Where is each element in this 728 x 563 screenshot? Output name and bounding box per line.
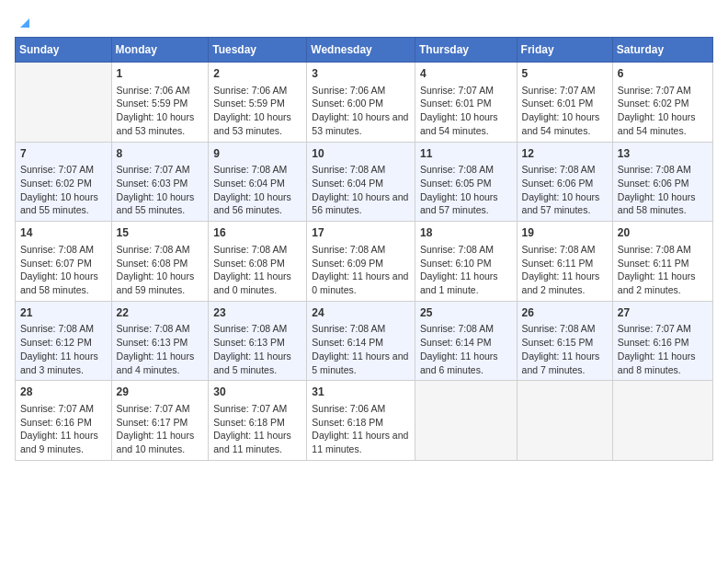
sunset-text: Sunset: 6:13 PM (117, 336, 204, 350)
sunrise-text: Sunrise: 7:07 AM (20, 402, 107, 416)
sunset-text: Sunset: 6:18 PM (312, 416, 410, 430)
sunrise-text: Sunrise: 7:08 AM (20, 322, 107, 336)
sunrise-text: Sunrise: 7:06 AM (312, 84, 410, 98)
logo-triangle-icon (17, 15, 31, 29)
day-number: 19 (522, 225, 608, 241)
day-number: 30 (213, 385, 301, 400)
sunrise-text: Sunrise: 7:07 AM (618, 84, 708, 98)
daylight-text: Daylight: 10 hours and 58 minutes. (618, 190, 708, 217)
calendar-cell (517, 381, 612, 461)
sunset-text: Sunset: 6:12 PM (20, 336, 107, 350)
daylight-text: Daylight: 11 hours and 3 minutes. (20, 350, 107, 376)
daylight-text: Daylight: 11 hours and 6 minutes. (420, 350, 512, 376)
sunset-text: Sunset: 6:17 PM (117, 416, 204, 430)
sunrise-text: Sunrise: 7:08 AM (522, 322, 608, 336)
sunset-text: Sunset: 6:15 PM (522, 336, 608, 350)
calendar-header-row: SundayMondayTuesdayWednesdayThursdayFrid… (16, 38, 713, 63)
calendar-cell: 31Sunrise: 7:06 AMSunset: 6:18 PMDayligh… (307, 381, 415, 461)
calendar-cell: 19Sunrise: 7:08 AMSunset: 6:11 PMDayligh… (517, 222, 612, 302)
daylight-text: Daylight: 10 hours and 55 minutes. (117, 190, 204, 217)
day-number: 25 (420, 305, 512, 321)
day-number: 29 (117, 385, 204, 400)
sunset-text: Sunset: 6:01 PM (522, 97, 608, 110)
calendar-cell (612, 381, 712, 461)
daylight-text: Daylight: 10 hours and 53 minutes. (213, 110, 301, 137)
calendar-cell: 12Sunrise: 7:08 AMSunset: 6:06 PMDayligh… (517, 142, 612, 222)
daylight-text: Daylight: 11 hours and 0 minutes. (213, 270, 301, 296)
header-cell-tuesday: Tuesday (209, 38, 307, 63)
sunrise-text: Sunrise: 7:06 AM (117, 84, 204, 98)
calendar-cell: 10Sunrise: 7:08 AMSunset: 6:04 PMDayligh… (307, 142, 415, 222)
sunrise-text: Sunrise: 7:08 AM (522, 243, 608, 257)
sunset-text: Sunset: 6:02 PM (618, 97, 708, 110)
calendar-cell: 15Sunrise: 7:08 AMSunset: 6:08 PMDayligh… (111, 222, 209, 302)
daylight-text: Daylight: 11 hours and 4 minutes. (117, 350, 204, 376)
calendar-cell: 20Sunrise: 7:08 AMSunset: 6:11 PMDayligh… (612, 222, 712, 302)
sunrise-text: Sunrise: 7:08 AM (213, 163, 301, 177)
sunrise-text: Sunrise: 7:06 AM (213, 84, 301, 98)
calendar-cell: 25Sunrise: 7:08 AMSunset: 6:14 PMDayligh… (415, 301, 517, 381)
calendar-week-row: 21Sunrise: 7:08 AMSunset: 6:12 PMDayligh… (16, 301, 713, 381)
day-number: 12 (522, 146, 608, 162)
sunrise-text: Sunrise: 7:06 AM (312, 402, 410, 416)
sunrise-text: Sunrise: 7:07 AM (618, 322, 708, 336)
calendar-cell (16, 63, 112, 143)
day-number: 14 (20, 225, 107, 241)
calendar-cell: 30Sunrise: 7:07 AMSunset: 6:18 PMDayligh… (209, 381, 307, 461)
daylight-text: Daylight: 10 hours and 57 minutes. (420, 190, 512, 217)
sunset-text: Sunset: 6:01 PM (420, 97, 512, 110)
daylight-text: Daylight: 10 hours and 54 minutes. (420, 110, 512, 137)
daylight-text: Daylight: 10 hours and 59 minutes. (117, 270, 204, 296)
sunset-text: Sunset: 6:00 PM (312, 97, 410, 110)
daylight-text: Daylight: 10 hours and 56 minutes. (312, 190, 410, 217)
day-number: 21 (20, 305, 107, 321)
sunset-text: Sunset: 6:08 PM (117, 257, 204, 270)
daylight-text: Daylight: 11 hours and 1 minute. (420, 270, 512, 296)
day-number: 6 (618, 66, 708, 82)
header-cell-sunday: Sunday (16, 38, 112, 63)
sunrise-text: Sunrise: 7:08 AM (213, 322, 301, 336)
header-cell-friday: Friday (517, 38, 612, 63)
sunset-text: Sunset: 5:59 PM (213, 97, 301, 110)
day-number: 17 (312, 225, 410, 241)
calendar-cell (415, 381, 517, 461)
day-number: 11 (420, 146, 512, 162)
header-cell-wednesday: Wednesday (307, 38, 415, 63)
day-number: 10 (312, 146, 410, 162)
sunrise-text: Sunrise: 7:07 AM (213, 402, 301, 416)
sunrise-text: Sunrise: 7:07 AM (117, 402, 204, 416)
calendar-cell: 3Sunrise: 7:06 AMSunset: 6:00 PMDaylight… (307, 63, 415, 143)
daylight-text: Daylight: 11 hours and 7 minutes. (522, 350, 608, 376)
sunset-text: Sunset: 6:14 PM (312, 336, 410, 350)
calendar-cell: 17Sunrise: 7:08 AMSunset: 6:09 PMDayligh… (307, 222, 415, 302)
day-number: 1 (117, 66, 204, 82)
calendar-cell: 13Sunrise: 7:08 AMSunset: 6:06 PMDayligh… (612, 142, 712, 222)
logo (15, 15, 31, 28)
sunrise-text: Sunrise: 7:08 AM (618, 243, 708, 257)
sunset-text: Sunset: 5:59 PM (117, 97, 204, 110)
calendar-cell: 4Sunrise: 7:07 AMSunset: 6:01 PMDaylight… (415, 63, 517, 143)
day-number: 9 (213, 146, 301, 162)
sunrise-text: Sunrise: 7:08 AM (312, 243, 410, 257)
calendar-cell: 1Sunrise: 7:06 AMSunset: 5:59 PMDaylight… (111, 63, 209, 143)
calendar-week-row: 14Sunrise: 7:08 AMSunset: 6:07 PMDayligh… (16, 222, 713, 302)
daylight-text: Daylight: 11 hours and 9 minutes. (20, 429, 107, 455)
calendar-cell: 6Sunrise: 7:07 AMSunset: 6:02 PMDaylight… (612, 63, 712, 143)
day-number: 8 (117, 146, 204, 162)
sunset-text: Sunset: 6:11 PM (618, 257, 708, 270)
sunrise-text: Sunrise: 7:08 AM (20, 243, 107, 257)
calendar-cell: 9Sunrise: 7:08 AMSunset: 6:04 PMDaylight… (209, 142, 307, 222)
day-number: 27 (618, 305, 708, 321)
sunrise-text: Sunrise: 7:08 AM (522, 163, 608, 177)
sunset-text: Sunset: 6:10 PM (420, 257, 512, 270)
svg-marker-0 (20, 18, 29, 28)
calendar-cell: 27Sunrise: 7:07 AMSunset: 6:16 PMDayligh… (612, 301, 712, 381)
day-number: 31 (312, 385, 410, 400)
daylight-text: Daylight: 11 hours and 11 minutes. (213, 429, 301, 455)
daylight-text: Daylight: 11 hours and 0 minutes. (312, 270, 410, 296)
calendar-cell: 11Sunrise: 7:08 AMSunset: 6:05 PMDayligh… (415, 142, 517, 222)
calendar-cell: 16Sunrise: 7:08 AMSunset: 6:08 PMDayligh… (209, 222, 307, 302)
sunrise-text: Sunrise: 7:08 AM (420, 163, 512, 177)
sunrise-text: Sunrise: 7:08 AM (117, 243, 204, 257)
calendar-cell: 23Sunrise: 7:08 AMSunset: 6:13 PMDayligh… (209, 301, 307, 381)
